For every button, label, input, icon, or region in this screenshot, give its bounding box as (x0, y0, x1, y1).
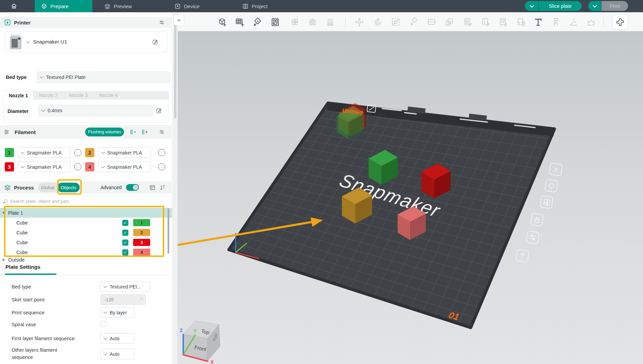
sidebar-scrollbar-thumb[interactable] (174, 16, 176, 118)
filament-4-chip[interactable]: 4 (85, 162, 94, 171)
tree-row-outside[interactable]: Outside (0, 257, 172, 263)
arrange-icon[interactable] (268, 15, 282, 29)
printer-card[interactable]: Snapmaker U1 (5, 31, 168, 52)
scale-icon[interactable] (389, 15, 403, 29)
plate-settings-icon[interactable] (526, 231, 539, 244)
tab-nozzle-2[interactable]: Nozzle 2 (33, 91, 63, 100)
first-layer-seq-select[interactable]: Auto (100, 333, 135, 344)
collapse-sidebar-button[interactable]: ‹› (174, 14, 184, 26)
split-to-objects-icon[interactable] (288, 15, 302, 29)
chevron-down-icon (104, 336, 107, 340)
spiral-vase-checkbox[interactable] (100, 321, 106, 327)
airbrush-icon[interactable] (514, 15, 528, 29)
viewport-3d[interactable]: Snapmaker Untitled 01 (178, 31, 643, 364)
bed-type-select[interactable]: Textured PEI Plate (37, 71, 170, 83)
tree-row-cube-1[interactable]: Cube ✓ 1 (0, 218, 172, 228)
orientation-gizmo[interactable]: Top Front Right Z Y X (180, 321, 220, 364)
home-button[interactable] (9, 2, 19, 11)
diameter-select[interactable]: 0.4mm (38, 105, 153, 116)
tab-preview[interactable]: Preview (98, 0, 144, 12)
caret-right-icon[interactable] (3, 259, 5, 261)
filament-4-more-icon[interactable]: ··· (158, 163, 165, 170)
print-sequence-select[interactable]: By layer (100, 307, 135, 318)
sort-objects-icon[interactable] (159, 184, 166, 191)
sidebar-scrollbar-track[interactable] (173, 12, 178, 364)
cube-2-visibility-checkbox[interactable]: ✓ (122, 230, 128, 236)
cube-3-extruder-chip[interactable]: 3 (133, 239, 150, 246)
filament-1-chip[interactable]: 1 (5, 148, 14, 157)
tree-row-cube-2[interactable]: Cube ✓ 2 (0, 228, 172, 237)
flushing-volumes-button[interactable]: Flushing volumes (85, 128, 124, 136)
tree-row-cube-4[interactable]: Cube ✓ 4 (0, 247, 172, 257)
lock-plate-icon[interactable] (531, 213, 544, 226)
add-plate-icon[interactable] (233, 15, 247, 29)
other-layers-seq-select[interactable]: Auto (100, 349, 135, 359)
filament-1-select[interactable]: Snapmaker PLA (18, 147, 70, 158)
text-icon[interactable] (531, 15, 545, 29)
move-icon[interactable] (352, 15, 366, 29)
arrange-plate-icon[interactable] (540, 196, 553, 209)
clone-icon[interactable] (442, 15, 456, 29)
skirt-start-input[interactable]: -135 ° (100, 294, 146, 305)
filament-2-select[interactable]: Snapmaker PLA (98, 147, 151, 158)
split-to-parts-icon[interactable] (306, 15, 319, 29)
tab-project[interactable]: Project (236, 0, 279, 12)
measure-icon[interactable] (549, 15, 563, 29)
filament-1-more-icon[interactable]: ··· (74, 149, 81, 156)
delete-plate-icon[interactable] (549, 163, 562, 176)
filament-3-chip[interactable]: 3 (5, 162, 14, 171)
add-object-icon[interactable] (215, 15, 229, 29)
support-painting-icon[interactable] (479, 15, 492, 29)
auto-orient-icon[interactable]: A (251, 15, 264, 29)
sweep-icon[interactable] (567, 15, 580, 29)
printer-image (9, 34, 23, 51)
tab-device[interactable]: Device (168, 0, 210, 12)
edit-printer-icon[interactable] (152, 39, 158, 45)
add-filament-icon[interactable] (141, 128, 148, 136)
cube-1-extruder-chip[interactable]: 1 (133, 219, 150, 226)
search-input[interactable] (10, 199, 153, 204)
color-painting-icon[interactable] (461, 15, 475, 29)
cube-2-extruder-chip[interactable]: 2 (133, 229, 150, 236)
slice-plate-button[interactable]: Slice plate (539, 1, 582, 11)
advanced-toggle[interactable] (126, 184, 139, 191)
fuzzy-skin-icon[interactable] (584, 15, 598, 29)
print-button[interactable]: Print (601, 1, 628, 11)
printer-settings-icon[interactable] (159, 19, 165, 26)
build-plate[interactable]: Snapmaker (229, 103, 554, 328)
flatten-icon[interactable] (408, 15, 421, 29)
scope-objects-button[interactable]: Objects (57, 183, 80, 192)
tab-nozzle-1[interactable]: Nozzle 1 (3, 91, 33, 100)
print-options-dropdown[interactable] (588, 1, 601, 11)
filament-3-more-icon[interactable]: ··· (74, 163, 81, 170)
parameter-table-icon[interactable] (149, 184, 156, 191)
slice-options-dropdown[interactable] (525, 1, 538, 11)
rotate-icon[interactable] (371, 15, 385, 29)
filament-3-select[interactable]: Snapmaker PLA (18, 162, 70, 172)
filament-2-chip[interactable]: 2 (85, 148, 94, 157)
auto-orient-plate-icon[interactable] (545, 179, 558, 192)
tab-prepare[interactable]: Prepare (35, 0, 92, 12)
filament-settings-icon[interactable] (159, 129, 165, 135)
tab-nozzle-4[interactable]: Nozzle 4 (93, 91, 123, 100)
cube-1-visibility-checkbox[interactable]: ✓ (122, 220, 128, 226)
cube-3-visibility-checkbox[interactable]: ✓ (122, 239, 128, 246)
variable-layer-height-icon[interactable] (324, 15, 337, 29)
scope-global-button[interactable]: Global (38, 183, 57, 192)
filament-2-more-icon[interactable]: ··· (158, 149, 165, 156)
cut-icon[interactable] (425, 15, 438, 29)
ps-bed-type-select[interactable]: Textured PEI... (100, 281, 150, 292)
remove-filament-icon[interactable] (129, 128, 137, 136)
seam-painting-icon[interactable] (497, 15, 510, 29)
cube-4-extruder-chip[interactable]: 4 (133, 249, 150, 256)
tab-nozzle-3[interactable]: Nozzle 3 (63, 91, 93, 100)
tree-scrollbar[interactable] (168, 208, 169, 254)
tree-row-cube-3[interactable]: Cube ✓ 3 (0, 237, 172, 247)
tree-row-plate[interactable]: Plate 1 (0, 208, 172, 218)
caret-down-icon[interactable] (2, 212, 5, 214)
edit-diameter-icon[interactable] (156, 107, 162, 114)
assembly-view-icon[interactable] (612, 15, 628, 30)
cube-4-visibility-checkbox[interactable]: ✓ (122, 249, 128, 255)
move-plate-front-icon[interactable] (516, 249, 529, 262)
filament-4-select[interactable]: Snapmaker PLA (98, 162, 151, 172)
